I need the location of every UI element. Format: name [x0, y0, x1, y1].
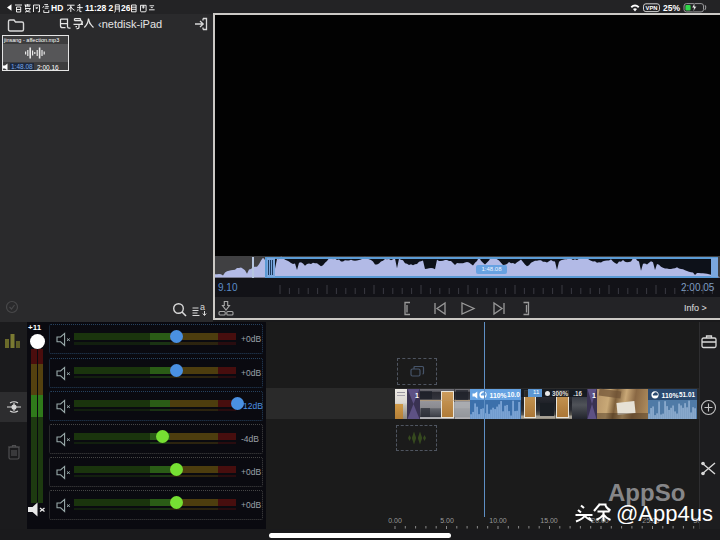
- svg-text:15.00: 15.00: [540, 517, 558, 524]
- svg-text:VPN: VPN: [646, 5, 658, 11]
- svg-text:110%: 110%: [662, 391, 679, 398]
- svg-text:1: 1: [592, 392, 596, 399]
- svg-text:0.00: 0.00: [388, 517, 402, 524]
- svg-text:110%: 110%: [490, 391, 507, 398]
- svg-text:2: 2: [109, 3, 114, 13]
- svg-text:@App4us: @App4us: [616, 502, 713, 524]
- svg-text:5.00: 5.00: [440, 517, 454, 524]
- svg-text:10.00: 10.00: [489, 517, 507, 524]
- svg-text:HD: HD: [51, 3, 63, 13]
- svg-text:25%: 25%: [663, 3, 680, 13]
- svg-text:1: 1: [415, 392, 419, 399]
- svg-text:26: 26: [121, 3, 131, 13]
- svg-text:‹netdisk-iPad: ‹netdisk-iPad: [98, 18, 162, 30]
- svg-text:a: a: [200, 302, 205, 312]
- svg-text:11:28: 11:28: [85, 3, 107, 13]
